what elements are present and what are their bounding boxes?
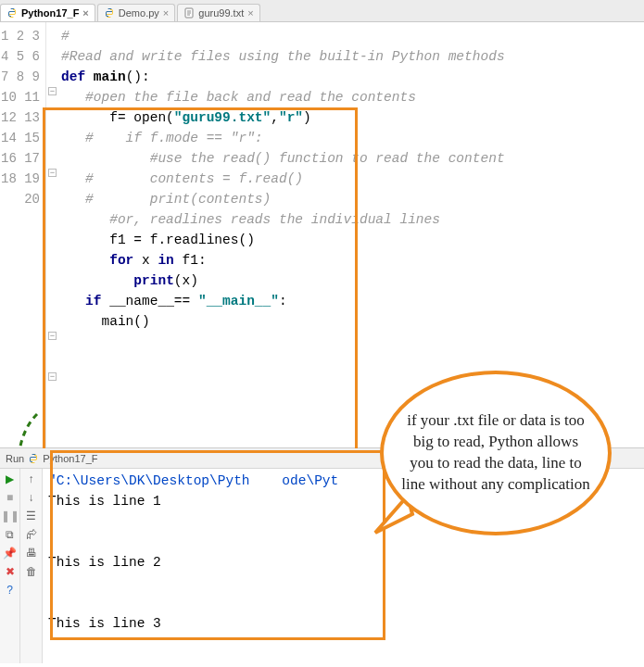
toggle-icon[interactable]: ⧉ <box>6 528 14 541</box>
console-line: This is line 3 <box>48 613 638 634</box>
console-line: This is line 1 <box>48 491 638 511</box>
fold-marker-icon[interactable]: − <box>48 332 57 340</box>
tab-python17[interactable]: Python17_F × <box>0 4 95 21</box>
console-line <box>48 511 638 532</box>
console-line <box>48 593 638 613</box>
console-line <box>48 573 638 593</box>
print-icon[interactable]: 🖶 <box>26 547 37 560</box>
code-line: #Read and write files using the built-in… <box>61 46 638 67</box>
console-output[interactable]: "C:\Users\DK\Desktop\Pyth ode\PytThis is… <box>43 469 644 663</box>
code-line: #or, readlines reads the individual line… <box>61 209 638 230</box>
close-panel-icon[interactable]: ✖ <box>6 565 15 578</box>
code-line: for x in f1: <box>61 250 638 271</box>
fold-marker-icon[interactable]: − <box>48 87 57 95</box>
code-line: f= open("guru99.txt","r") <box>61 107 638 128</box>
close-icon[interactable]: × <box>163 7 169 19</box>
up-icon[interactable]: ↑ <box>29 472 34 485</box>
code-line: def main(): <box>61 67 638 87</box>
code-line: #open the file back and read the content… <box>61 87 638 107</box>
code-line: if __name__== "__main__": <box>61 291 638 311</box>
code-line: # print(contents) <box>61 189 638 209</box>
run-panel-header: Run Python17_F <box>0 448 644 469</box>
code-editor[interactable]: 1 2 3 4 5 6 7 8 9 10 11 12 13 14 15 16 1… <box>0 22 644 448</box>
code-area[interactable]: ##Read and write files using the built-i… <box>59 22 644 447</box>
code-line: # contents = f.read() <box>61 169 638 189</box>
tab-guru99[interactable]: guru99.txt × <box>177 4 259 21</box>
console-path: "C:\Users\DK\Desktop\Pyth ode\Pyt <box>48 471 638 491</box>
fold-column: − − − − <box>46 22 59 447</box>
code-line: main() <box>61 311 638 332</box>
code-line: #use the read() function to read the con… <box>61 148 638 169</box>
scroll-icon[interactable]: ⮳ <box>26 528 37 541</box>
pin-icon[interactable]: 📌 <box>3 547 17 560</box>
python-icon <box>6 7 18 19</box>
run-panel: Run Python17_F ▶ ■ ❚❚ ⧉ 📌 ✖ ? ↑ ↓ ☰ ⮳ 🖶 … <box>0 448 644 663</box>
console-line: This is line 2 <box>48 552 638 573</box>
close-icon[interactable]: × <box>82 7 88 19</box>
stop-icon[interactable]: ■ <box>6 491 13 504</box>
code-line: f1 = f.readlines() <box>61 230 638 250</box>
run-tab-label[interactable]: Run <box>6 453 24 464</box>
run-toolbar-secondary: ↑ ↓ ☰ ⮳ 🖶 🗑 <box>20 469 43 663</box>
tab-label: Demo.py <box>119 7 159 19</box>
close-icon[interactable]: × <box>247 7 253 19</box>
trash-icon[interactable]: 🗑 <box>26 565 37 578</box>
code-line: # if f.mode == "r": <box>61 128 638 148</box>
wrap-icon[interactable]: ☰ <box>26 510 36 522</box>
textfile-icon <box>183 7 195 19</box>
python-icon <box>28 453 39 464</box>
rerun-icon[interactable]: ▶ <box>6 472 14 485</box>
run-toolbar-primary: ▶ ■ ❚❚ ⧉ 📌 ✖ ? <box>0 469 20 663</box>
tab-label: Python17_F <box>21 7 79 19</box>
console-line <box>48 532 638 552</box>
line-gutter: 1 2 3 4 5 6 7 8 9 10 11 12 13 14 15 16 1… <box>0 22 46 447</box>
fold-marker-icon[interactable]: − <box>48 372 57 381</box>
pause-icon[interactable]: ❚❚ <box>1 510 19 522</box>
help-icon[interactable]: ? <box>6 584 13 597</box>
code-line: print(x) <box>61 271 638 291</box>
code-line: # <box>61 26 638 46</box>
editor-tabs: Python17_F × Demo.py × guru99.txt × <box>0 0 644 22</box>
tab-label: guru99.txt <box>198 7 244 19</box>
run-config-label: Python17_F <box>43 453 97 464</box>
fold-marker-icon[interactable]: − <box>48 169 57 177</box>
python-icon <box>104 7 115 19</box>
down-icon[interactable]: ↓ <box>29 491 34 504</box>
tab-demo[interactable]: Demo.py × <box>97 4 175 21</box>
